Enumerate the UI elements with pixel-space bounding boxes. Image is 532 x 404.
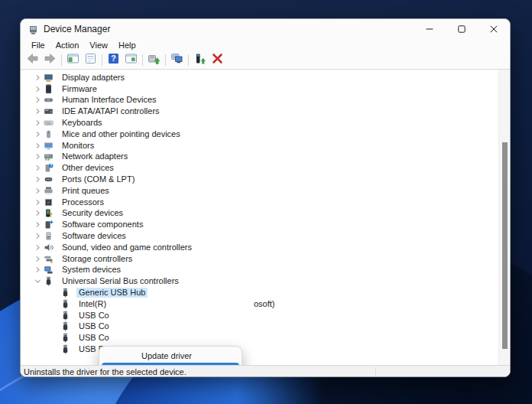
minimize-button[interactable] [414,19,446,39]
chevron-right-icon[interactable] [31,187,44,194]
chevron-right-icon[interactable] [31,210,44,217]
tree-item-print-queues[interactable]: Print queues [21,185,498,197]
help-button[interactable]: ? [105,53,122,68]
tree-item-ports-com-lpt[interactable]: Ports (COM & LPT) [21,174,498,185]
software-devices-icon [44,231,55,241]
tree-item-other-devices[interactable]: ?Other devices [21,162,498,174]
menu-help[interactable]: Help [113,40,141,50]
security-devices-icon [44,208,55,218]
keyboards-icon [44,118,55,128]
properties-button[interactable] [82,53,99,68]
toolbar-separator [102,54,102,66]
tree-item-software-components[interactable]: Software components [21,219,498,230]
window-title: Device Manager [44,24,110,34]
tree-item-network-adapters[interactable]: Network adapters [21,152,498,163]
tree-item-label: Network adapters [60,152,130,161]
show-hide-console-tree-button[interactable] [64,53,82,68]
tree-item-storage-controllers[interactable]: Storage controllers [21,253,498,265]
status-bar-divider [375,367,376,376]
chevron-down-icon[interactable] [31,278,44,285]
title-bar[interactable]: Device Manager [21,19,510,39]
tree-item-label: Universal Serial Bus controllers [60,276,181,286]
uninstall-device-icon [211,52,224,68]
tree-item-ide-ata-atapi-controllers[interactable]: IDE ATA/ATAPI controllers [21,106,498,117]
occluded-label-fragment: osoft) [254,298,275,310]
tree-item-label: Storage controllers [60,254,135,264]
other-devices-icon: ? [44,163,55,173]
enable-device-button[interactable] [191,53,209,68]
chevron-right-icon[interactable] [31,255,44,262]
device-manager-window: Device Manager FileActionViewHelp ? Disp… [20,18,511,377]
menu-action[interactable]: Action [50,40,85,50]
network-adapters-icon [44,152,55,161]
update-driver-button[interactable] [145,53,163,68]
tree-item-label: Intel(R) [76,299,109,309]
chevron-right-icon[interactable] [31,198,44,206]
usb-icon [60,321,72,331]
status-bar: Uninstalls the driver for the selected d… [21,365,510,377]
menu-view[interactable]: View [84,40,113,50]
back-button[interactable] [24,53,41,68]
scrollbar-thumb[interactable] [502,142,508,349]
tree-item-usb-ro[interactable]: USB Ro [21,344,498,355]
forward-button[interactable] [41,53,59,68]
context-menu-item-uninstall-device[interactable]: Uninstall device [102,363,239,365]
tree-item-sound-video-and-game-controllers[interactable]: Sound, video and game controllers [21,242,498,253]
device-tree: Display adaptersFirmwareHuman Interface … [21,70,510,365]
tree-item-label: Software components [60,220,145,230]
tree-item-label: Security devices [60,208,125,218]
chevron-right-icon[interactable] [31,266,44,274]
chevron-right-icon[interactable] [31,153,44,161]
usb-icon [60,288,72,298]
firmware-icon [44,84,55,94]
tree-item-generic-usb-hub[interactable]: Generic USB Hub [21,287,498,298]
tree-item-label: Keyboards [60,118,105,128]
context-menu-item-update-driver[interactable]: Update driver [99,350,242,363]
hid-icon [44,95,55,105]
tree-item-keyboards[interactable]: Keyboards [21,117,498,129]
chevron-right-icon[interactable] [31,85,44,93]
toolbar-separator [61,54,62,66]
tree-item-mice-and-other-pointing-devices[interactable]: Mice and other pointing devices [21,129,498,140]
uninstall-device-button[interactable] [209,53,226,68]
chevron-right-icon[interactable] [31,142,44,149]
close-button[interactable] [478,19,510,39]
maximize-button[interactable] [446,19,478,39]
svg-text:?: ? [111,54,115,63]
device-manager-app-icon [28,24,38,34]
context-menu: Update driverUninstall deviceScan for ha… [99,346,242,365]
chevron-right-icon[interactable] [31,165,44,172]
chevron-right-icon[interactable] [31,221,44,229]
scan-hardware-changes-button[interactable] [168,53,186,68]
svg-text:?: ? [50,165,52,168]
tree-item-usb-co[interactable]: USB Co [21,332,498,344]
chevron-right-icon[interactable] [31,243,44,251]
scan-hardware-changes-icon [170,52,183,68]
tree-item-system-devices[interactable]: System devices [21,265,498,276]
tree-item-software-devices[interactable]: Software devices [21,230,498,242]
tree-item-processors[interactable]: Processors [21,197,498,208]
tree-item-firmware[interactable]: Firmware [21,83,498,95]
tree-item-display-adapters[interactable]: Display adapters [21,72,498,83]
tree-item-universal-serial-bus-controllers[interactable]: Universal Serial Bus controllers [21,275,498,287]
vertical-scrollbar[interactable] [498,70,510,365]
chevron-right-icon[interactable] [31,96,44,104]
show-hide-action-pane-button[interactable] [122,53,140,68]
usb-icon [60,311,72,321]
tree-item-human-interface-devices[interactable]: Human Interface Devices [21,95,498,106]
chevron-right-icon[interactable] [31,73,44,81]
menu-file[interactable]: File [26,40,50,50]
usb-icon [60,344,72,354]
tree-item-monitors[interactable]: Monitors [21,140,498,152]
chevron-right-icon[interactable] [31,233,44,240]
chevron-right-icon[interactable] [31,176,44,184]
chevron-right-icon[interactable] [31,108,44,116]
enable-device-icon [193,52,206,68]
tree-item-security-devices[interactable]: Security devices [21,208,498,220]
chevron-right-icon[interactable] [31,130,44,138]
ide-ata-icon [44,106,55,116]
chevron-right-icon[interactable] [31,119,44,127]
tree-item-usb-co[interactable]: USB Co [21,321,498,333]
software-components-icon [44,220,55,230]
tree-item-usb-co[interactable]: USB Co [21,310,498,321]
